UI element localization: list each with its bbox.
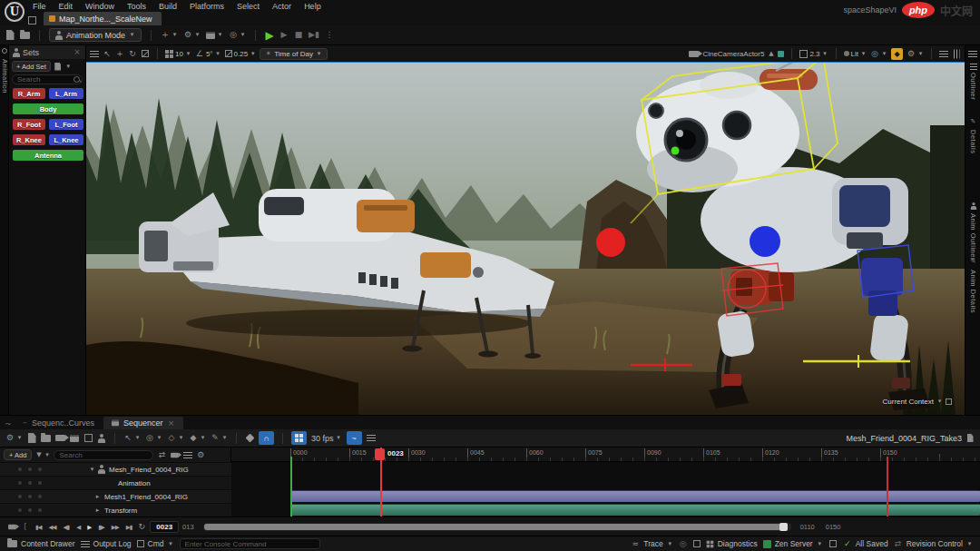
- control-r-knee[interactable]: R_Knee: [13, 134, 45, 145]
- playback-start-marker[interactable]: [290, 457, 292, 517]
- cinematics-dropdown[interactable]: ▾: [206, 30, 223, 41]
- menu-file[interactable]: File: [27, 2, 52, 11]
- scale-snap-control[interactable]: 0.25▾: [225, 48, 257, 59]
- scale-tool-icon[interactable]: [141, 48, 150, 59]
- menu-platforms[interactable]: Platforms: [184, 2, 230, 11]
- control-body[interactable]: Body: [13, 103, 83, 114]
- outliner-view-icon[interactable]: [183, 449, 192, 460]
- tab-outliner[interactable]: Outliner: [965, 64, 980, 100]
- tab-details[interactable]: ✎ Details: [965, 116, 980, 153]
- menu-edit[interactable]: Edit: [54, 2, 79, 11]
- control-antenna[interactable]: Antenna: [13, 150, 83, 161]
- mark-in-icon[interactable]: [: [21, 522, 30, 533]
- time-of-day-button[interactable]: ☀ Time of Day ▾: [260, 48, 328, 60]
- viewport[interactable]: ↖ + ↻ 10▾ ∠ 5°▾ 0.25▾ ☀: [86, 45, 965, 415]
- output-log-button[interactable]: Output Log: [81, 539, 132, 548]
- browse-sequence-icon[interactable]: [41, 433, 51, 444]
- loop-button[interactable]: ↻: [137, 522, 146, 533]
- cmd-dropdown[interactable]: Cmd ▾: [137, 538, 174, 549]
- blueprints-dropdown[interactable]: ⚙▾: [183, 30, 201, 41]
- editor-mode-dropdown[interactable]: Animation Mode ▾: [49, 28, 142, 42]
- seq-options-dropdown[interactable]: ⚙▾: [5, 433, 23, 444]
- auto-key-button[interactable]: ∩: [259, 431, 274, 445]
- rewind-button[interactable]: ◀◀: [47, 524, 58, 531]
- show-flags-dropdown[interactable]: ◎▾: [870, 48, 887, 59]
- skip-button[interactable]: ▶▮: [309, 30, 319, 41]
- import-set-icon[interactable]: [54, 61, 63, 72]
- camera-lock-icon[interactable]: [7, 522, 17, 533]
- track-search-input[interactable]: [54, 450, 153, 460]
- current-frame-field[interactable]: 0023: [150, 521, 179, 533]
- gear-icon[interactable]: ⚙: [196, 449, 205, 460]
- add-actor-dropdown[interactable]: +▾: [161, 30, 178, 41]
- fps-dropdown[interactable]: 30 fps▾: [311, 433, 342, 444]
- timeline[interactable]: 0000 0015 0030 0045 0060 0075 0090 0105 …: [231, 448, 980, 517]
- control-l-arm[interactable]: L_Arm: [49, 88, 83, 99]
- close-icon[interactable]: ×: [73, 47, 82, 58]
- trace-dropdown[interactable]: ≈ Trace ▾: [631, 538, 672, 549]
- menu-help[interactable]: Help: [299, 2, 327, 11]
- sequence-name[interactable]: Mesh_Friend_0004_RIG_Take3: [846, 434, 962, 443]
- actions-dropdown[interactable]: ↖▾: [123, 433, 141, 444]
- tab-sequencer-curves[interactable]: ~ Sequenc..Curves: [15, 417, 102, 429]
- fast-forward-button[interactable]: ▶▶: [110, 524, 121, 531]
- expander-icon[interactable]: ▸: [94, 505, 101, 516]
- jump-to-end-button[interactable]: ▶▮: [124, 524, 134, 531]
- animation-section-bar[interactable]: [290, 490, 980, 502]
- grid-snap-control[interactable]: 10▾: [165, 48, 191, 59]
- play-button[interactable]: ▶: [265, 30, 274, 41]
- sidebar-toggle-icon[interactable]: [27, 15, 36, 25]
- zen-server-dropdown[interactable]: Zen Server ▾: [763, 538, 823, 549]
- panel-list-icon[interactable]: [939, 48, 948, 59]
- content-drawer-button[interactable]: Content Drawer: [7, 539, 75, 548]
- rotate-tool-icon[interactable]: ↻: [128, 48, 137, 59]
- expander-icon[interactable]: ▸: [94, 491, 101, 502]
- stats-icon[interactable]: ◎: [679, 538, 688, 549]
- viewport-options-icon[interactable]: [90, 48, 99, 59]
- console-command-input[interactable]: [180, 538, 320, 549]
- next-key-button[interactable]: ▮▶: [96, 524, 106, 531]
- menu-actor[interactable]: Actor: [267, 2, 297, 11]
- track-row-rig[interactable]: ▾ Mesh_Friend_0004_RIG: [0, 462, 231, 476]
- animation-vertical-tab[interactable]: Animation: [1, 59, 9, 93]
- add-track-button[interactable]: + Add: [4, 449, 32, 460]
- diagnostics-button[interactable]: Diagnostics: [706, 539, 758, 548]
- playback-end-marker[interactable]: [887, 457, 888, 517]
- scrollbar-bar[interactable]: [204, 524, 781, 530]
- play-reverse-button[interactable]: ◀: [74, 524, 82, 531]
- tab-anim-outliner[interactable]: Anim Outliner: [965, 202, 980, 261]
- sequence-switcher-icon[interactable]: [965, 433, 975, 444]
- derived-data-icon[interactable]: [828, 538, 838, 549]
- playhead-marker[interactable]: [375, 448, 385, 460]
- track-row-transform[interactable]: ▸ Transform: [0, 503, 231, 517]
- save-icon[interactable]: [5, 30, 15, 41]
- filmback-control[interactable]: 2.3▾: [799, 48, 828, 59]
- revision-control-dropdown[interactable]: ⇄ Revision Control ▾: [894, 538, 973, 549]
- track-row-animation[interactable]: Animation: [0, 476, 231, 489]
- timeline-ruler[interactable]: 0000 0015 0030 0045 0060 0075 0090 0105 …: [231, 448, 980, 462]
- current-context-label[interactable]: Current Context ▾: [883, 396, 952, 407]
- maximize-icon[interactable]: [952, 48, 961, 59]
- control-r-foot[interactable]: R_Foot: [13, 119, 45, 130]
- expander-icon[interactable]: ▾: [89, 464, 95, 475]
- all-saved-button[interactable]: ✓ All Saved: [843, 538, 888, 549]
- control-l-foot[interactable]: L_Foot: [49, 119, 83, 130]
- key-icon[interactable]: [245, 433, 254, 444]
- select-tool-icon[interactable]: ↖: [103, 48, 112, 59]
- control-r-arm[interactable]: R_Arm: [13, 88, 45, 99]
- fps-icon[interactable]: [693, 540, 701, 547]
- keying-options-dropdown[interactable]: ◇▾: [167, 433, 184, 444]
- director-blueprint-icon[interactable]: [83, 433, 93, 444]
- create-camera-icon[interactable]: [55, 433, 65, 444]
- timeline-scrollbar[interactable]: [203, 523, 791, 531]
- save-sequence-icon[interactable]: [27, 433, 36, 444]
- jump-to-start-button[interactable]: ▮◀: [34, 524, 44, 531]
- snap-button[interactable]: [291, 431, 307, 445]
- viewport-settings-dropdown[interactable]: ⚙▾: [906, 48, 924, 59]
- content-browser-icon[interactable]: [20, 30, 30, 41]
- navigate-arrows-icon[interactable]: ⇄: [157, 449, 166, 460]
- pin-icon[interactable]: [2, 48, 7, 54]
- add-actor-icon[interactable]: [97, 433, 106, 444]
- eject-icon[interactable]: ▲: [768, 48, 774, 59]
- marked-frames-dropdown[interactable]: ◆▾: [189, 433, 206, 444]
